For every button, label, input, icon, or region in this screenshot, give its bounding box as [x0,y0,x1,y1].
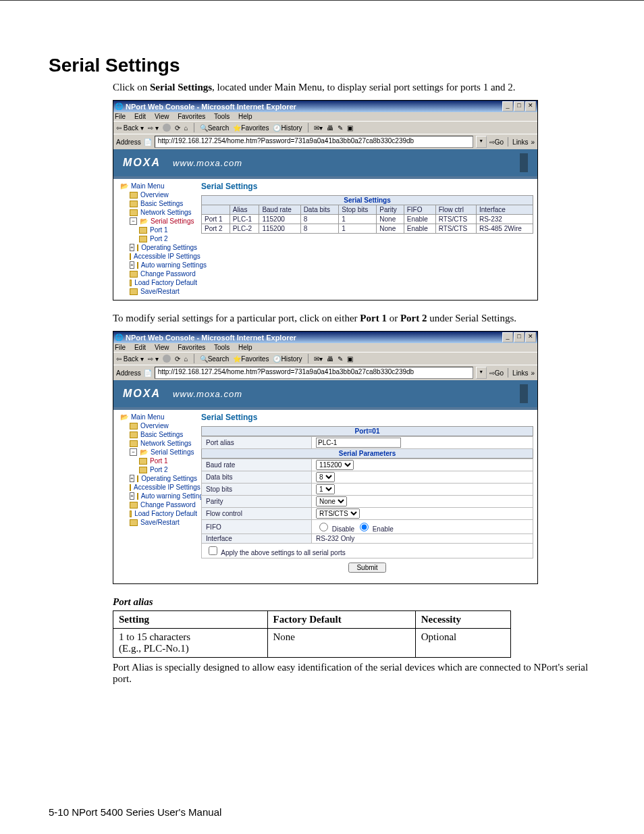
minimize-button[interactable]: _ [502,101,513,111]
nav-main[interactable]: 📂Main Menu [116,182,197,190]
flow-select[interactable]: RTS/CTS [316,509,360,519]
search-button[interactable]: 🔍Search [200,355,230,363]
stop-icon[interactable] [163,124,171,132]
nav-serial[interactable]: −📂Serial Settings [126,448,197,457]
forward-button[interactable]: ⇨ ▾ [148,124,159,132]
menu-favorites[interactable]: Favorites [178,344,205,351]
go-button[interactable]: ⇨Go [489,138,504,146]
stopbits-select[interactable]: 1 [316,484,335,494]
menu-help[interactable]: Help [238,344,252,351]
menu-help[interactable]: Help [238,113,252,120]
address-dropdown[interactable]: ▼ [476,136,487,148]
menu-tools[interactable]: Tools [214,113,230,120]
fifo-disable-radio[interactable] [319,523,328,531]
forward-button[interactable]: ⇨ ▾ [148,355,159,363]
maximize-button[interactable]: □ [514,101,525,111]
nav-autowarn[interactable]: +Auto warning Settings [126,261,197,269]
menu-edit[interactable]: Edit [134,113,146,120]
links-label[interactable]: Links [512,369,528,377]
banner-strip [520,384,528,403]
nav-port1[interactable]: Port 1 [135,457,197,465]
search-button[interactable]: 🔍Search [200,124,230,132]
nav-operating[interactable]: +Operating Settings [126,243,197,252]
parity-label: Parity [202,496,312,508]
td-iface: RS-485 2Wire [476,224,533,234]
baud-select[interactable]: 115200 [316,460,354,470]
nav-changepw[interactable]: Change Password [126,269,197,278]
address-dropdown[interactable]: ▼ [476,367,487,379]
go-button[interactable]: ⇨Go [489,369,504,377]
mail-icon[interactable]: ✉▾ [314,355,323,363]
apply-all-checkbox[interactable] [209,546,217,555]
address-input[interactable]: http://192.168.127.254/home.htm?Password… [155,367,473,379]
menu-file[interactable]: File [115,344,126,351]
parity-select[interactable]: None [316,496,347,506]
nav-basic[interactable]: Basic Settings [126,430,197,439]
page-icon: 📄 [144,138,152,146]
history-button[interactable]: 🕘History [273,124,302,132]
nav-port2[interactable]: Port 2 [135,465,197,474]
favorites-button[interactable]: ⭐Favorites [233,124,269,132]
discuss-icon[interactable]: ▣ [347,355,353,363]
nav-network[interactable]: Network Settings [126,439,197,448]
databits-select[interactable]: 8 [316,472,335,482]
nav-saverestart[interactable]: Save/Restart [126,287,197,296]
nav-port1[interactable]: Port 1 [135,226,197,234]
nav-main[interactable]: 📂Main Menu [116,413,197,421]
print-icon[interactable]: 🖶 [327,124,333,132]
td-baud: 115200 [259,224,300,234]
back-button[interactable]: ⇦ Back ▾ [116,124,144,132]
nav-saverestart[interactable]: Save/Restart [126,518,197,527]
favorites-button[interactable]: ⭐Favorites [233,355,269,363]
nav-loaddef[interactable]: Load Factory Default [126,509,197,518]
menu-edit[interactable]: Edit [134,344,146,351]
refresh-icon[interactable]: ⟳ [175,124,180,132]
nav-basic[interactable]: Basic Settings [126,199,197,208]
nav-operating[interactable]: +Operating Settings [126,474,197,483]
links-label[interactable]: Links [512,138,528,146]
menu-file[interactable]: File [115,113,126,120]
menu-view[interactable]: View [155,344,169,351]
fifo-enable-radio[interactable] [360,523,369,531]
minimize-button[interactable]: _ [502,332,513,342]
portalias-subhead: Port alias [113,596,595,608]
home-icon[interactable]: ⌂ [184,355,188,363]
home-icon[interactable]: ⌂ [184,124,188,132]
close-button[interactable]: ✕ [525,101,536,111]
menu-tools[interactable]: Tools [214,344,230,351]
mail-icon[interactable]: ✉▾ [314,124,323,132]
nav-port2[interactable]: Port 2 [135,234,197,243]
maximize-button[interactable]: □ [514,332,525,342]
nav-changepw[interactable]: Change Password [126,500,197,509]
intro-text-2: , located under Main Menu, to display se… [212,82,516,93]
stop-icon[interactable] [163,355,171,363]
menu-view[interactable]: View [155,113,169,120]
edit-icon[interactable]: ✎ [338,124,343,132]
window-title: NPort Web Console - Microsoft Internet E… [126,334,502,342]
nav-accessible[interactable]: Accessible IP Settings [126,483,197,492]
submit-button[interactable]: Submit [348,563,385,573]
nav-loaddef[interactable]: Load Factory Default [126,278,197,287]
nav-autowarn[interactable]: +Auto warning Settings [126,492,197,500]
refresh-icon[interactable]: ⟳ [175,355,180,363]
address-input[interactable]: http://192.168.127.254/home.htm?Password… [155,136,473,148]
back-button[interactable]: ⇦ Back ▾ [116,355,144,363]
nav-overview[interactable]: Overview [126,190,197,199]
close-button[interactable]: ✕ [525,332,536,342]
print-icon[interactable]: 🖶 [327,355,333,363]
alias-input[interactable] [316,438,401,448]
menu-favorites[interactable]: Favorites [178,113,205,120]
nav-serial[interactable]: −📂Serial Settings [126,217,197,226]
mid-bold2: Port 2 [400,313,427,323]
toolbar-divider [194,123,194,132]
history-button[interactable]: 🕘History [273,355,302,363]
nav-overview[interactable]: Overview [126,421,197,430]
th-baud: Baud rate [259,205,300,215]
discuss-icon[interactable]: ▣ [347,124,353,132]
th-stopbits: Stop bits [339,205,377,215]
edit-icon[interactable]: ✎ [338,355,343,363]
table-row: Port 2 PLC-2 115200 8 1 None Enable RTS/… [202,224,533,234]
nav-network[interactable]: Network Settings [126,208,197,217]
nav-accessible[interactable]: Accessible IP Settings [126,252,197,261]
banner-url: www.moxa.com [173,389,242,399]
